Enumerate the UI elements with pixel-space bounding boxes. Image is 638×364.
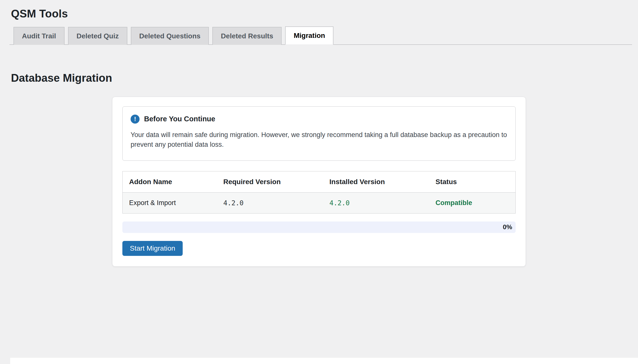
table-row: Export & Import 4.2.0 4.2.0 Compatible	[122, 192, 516, 213]
tab-deleted-quiz[interactable]: Deleted Quiz	[68, 27, 127, 45]
backup-notice: ! Before You Continue Your data will rem…	[122, 106, 516, 161]
column-header-installed-version: Installed Version	[323, 171, 429, 192]
tab-bar: Audit Trail Deleted Quiz Deleted Questio…	[10, 26, 632, 45]
column-header-addon-name: Addon Name	[122, 171, 217, 192]
notice-title: Before You Continue	[144, 115, 215, 123]
required-version-cell: 4.2.0	[217, 192, 323, 213]
status-badge: Compatible	[429, 192, 516, 213]
addon-compatibility-table: Addon Name Required Version Installed Ve…	[122, 171, 516, 214]
page-title: QSM Tools	[0, 0, 638, 20]
info-icon: !	[130, 114, 140, 124]
installed-version-cell: 4.2.0	[323, 192, 429, 213]
tab-deleted-results[interactable]: Deleted Results	[212, 27, 282, 45]
migration-progress-bar: 0%	[122, 222, 516, 233]
column-header-required-version: Required Version	[217, 171, 323, 192]
progress-percent-label: 0%	[503, 223, 512, 231]
footer-strip	[10, 358, 638, 364]
column-header-status: Status	[429, 171, 516, 192]
migration-card: ! Before You Continue Your data will rem…	[112, 97, 526, 266]
notice-header: ! Before You Continue	[130, 114, 508, 124]
start-migration-button[interactable]: Start Migration	[122, 241, 183, 256]
addon-name-cell: Export & Import	[122, 192, 217, 213]
tab-migration[interactable]: Migration	[285, 26, 334, 45]
table-header-row: Addon Name Required Version Installed Ve…	[122, 171, 516, 192]
tab-audit-trail[interactable]: Audit Trail	[14, 27, 64, 45]
notice-body: Your data will remain safe during migrat…	[130, 130, 508, 150]
section-heading: Database Migration	[11, 72, 638, 84]
tab-deleted-questions[interactable]: Deleted Questions	[131, 27, 209, 45]
